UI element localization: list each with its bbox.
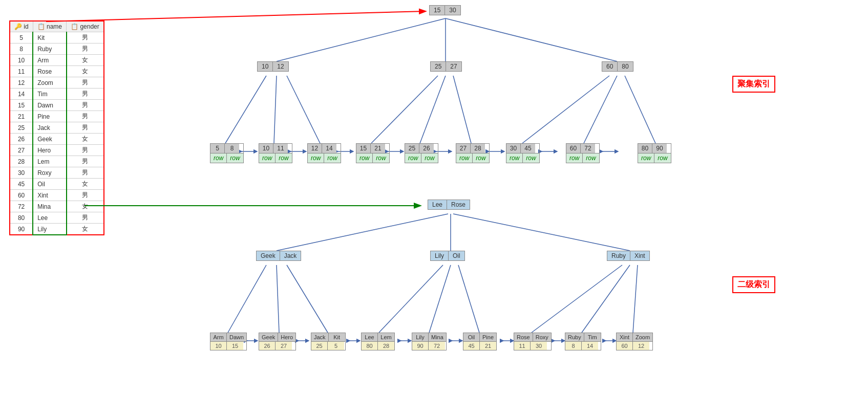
clustered-leaf-5: 27 28 row row — [456, 143, 490, 163]
clustered-root: 15 30 — [429, 5, 461, 15]
svg-line-30 — [458, 265, 479, 333]
secondary-index-label: 二级索引 — [732, 276, 775, 293]
secondary-leaf-1: Geek Hero 26 27 — [259, 333, 296, 350]
col-name: 📋 name — [33, 21, 66, 32]
secondary-leaf-7: Ruby Tim 8 14 — [565, 333, 601, 350]
svg-line-4 — [446, 18, 617, 61]
svg-line-24 — [453, 214, 630, 251]
svg-line-32 — [582, 265, 630, 333]
svg-line-0 — [46, 11, 425, 21]
clustered-l1-2: 25 27 — [430, 61, 462, 72]
clustered-leaf-4: 25 26 row row — [405, 143, 438, 163]
svg-line-6 — [274, 76, 277, 143]
clustered-leaf-7: 60 72 row row — [566, 143, 600, 163]
svg-line-11 — [522, 76, 609, 143]
secondary-leaf-8: Xint Zoom 60 12 — [616, 333, 653, 350]
secondary-leaf-4: Lily Mina 90 72 — [412, 333, 447, 350]
secondary-leaf-0: Arm Dawn 10 15 — [210, 333, 247, 350]
svg-line-28 — [379, 265, 443, 333]
data-table: 🔑 id 📋 name 📋 gender 5Kit男 8Ruby男 10Arm女… — [9, 20, 104, 235]
svg-line-27 — [287, 265, 328, 333]
secondary-leaf-2: Jack Kit 25 5 — [311, 333, 346, 350]
clustered-leaf-1: 10 11 row row — [259, 143, 292, 163]
clustered-l1-3: 60 80 — [602, 61, 633, 72]
svg-line-8 — [371, 76, 438, 143]
secondary-l1-2: Lily Oil — [430, 251, 465, 261]
svg-line-5 — [225, 76, 266, 143]
clustered-l1-1: 10 12 — [257, 61, 289, 72]
clustered-leaf-2: 12 14 row row — [307, 143, 341, 163]
svg-line-7 — [287, 76, 320, 143]
svg-line-2 — [277, 18, 446, 61]
secondary-leaf-3: Lee Lem 80 28 — [361, 333, 395, 350]
clustered-leaf-8: 80 90 row row — [638, 143, 671, 163]
svg-line-25 — [228, 265, 266, 333]
svg-line-29 — [429, 265, 451, 333]
clustered-index-label: 聚集索引 — [732, 76, 775, 93]
secondary-leaf-6: Rose Roxy 11 30 — [514, 333, 552, 350]
svg-line-9 — [420, 76, 446, 143]
col-gender: 📋 gender — [67, 21, 104, 32]
svg-line-12 — [584, 76, 617, 143]
svg-line-26 — [277, 265, 279, 333]
clustered-leaf-6: 30 45 row row — [506, 143, 540, 163]
clustered-leaf-0: 5 8 row row — [210, 143, 244, 163]
secondary-l1-1: Geek Jack — [256, 251, 301, 261]
svg-line-22 — [277, 214, 448, 251]
secondary-root: Lee Rose — [428, 200, 470, 210]
secondary-l1-3: Ruby Xint — [607, 251, 650, 261]
svg-line-13 — [625, 76, 655, 143]
svg-line-33 — [633, 265, 638, 333]
svg-line-31 — [532, 265, 622, 333]
col-id: 🔑 id — [10, 21, 33, 32]
clustered-leaf-3: 15 21 row row — [356, 143, 390, 163]
secondary-leaf-5: Oil Pine 45 21 — [463, 333, 497, 350]
svg-line-10 — [453, 76, 471, 143]
